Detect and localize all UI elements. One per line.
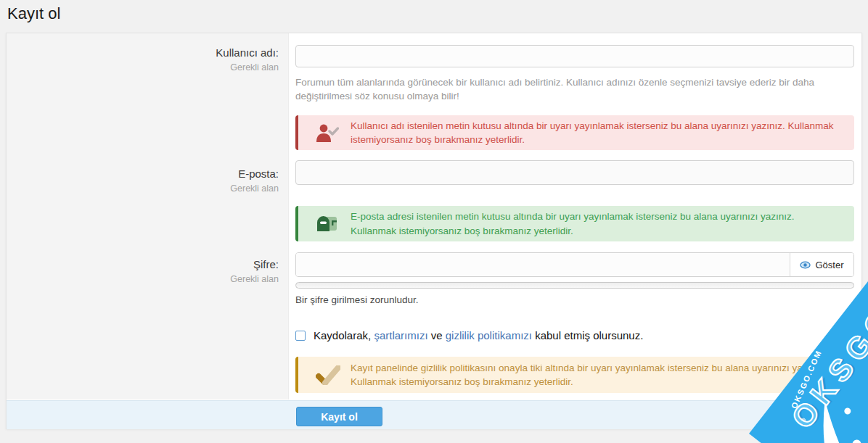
terms-checkbox[interactable]: [295, 331, 306, 341]
register-form-panel: Kullanıcı adı: Gerekli alan Forumun tüm …: [6, 33, 862, 429]
checkmark-icon: [316, 365, 340, 385]
terms-text-middle: ve: [428, 329, 446, 341]
email-label-group: E-posta: Gerekli alan: [7, 167, 279, 194]
password-label-group: Şifre: Gerekli alan: [7, 258, 279, 284]
register-page: Kayıt ol Kullanıcı adı: Gerekli alan For…: [0, 0, 868, 443]
email-required-note: Gerekli alan: [7, 183, 279, 194]
show-password-button[interactable]: Göster: [790, 253, 853, 276]
mailbox-icon: [316, 215, 340, 233]
username-label: Kullanıcı adı:: [7, 46, 279, 59]
user-check-icon: [316, 123, 340, 143]
username-field-wrap: [295, 45, 854, 67]
password-label: Şifre:: [7, 258, 279, 270]
terms-link[interactable]: şartlarımızı: [374, 329, 427, 341]
show-password-label: Göster: [815, 260, 843, 270]
terms-warning-alert: Kayıt panelinde gizlilik politikasını on…: [295, 357, 854, 393]
email-warning-text: E-posta adresi istenilen metin kutusu al…: [351, 210, 854, 238]
register-submit-button[interactable]: Kayıt ol: [296, 407, 382, 426]
username-input[interactable]: [295, 45, 854, 67]
label-column: [7, 33, 289, 399]
page-title: Kayıt ol: [7, 4, 60, 23]
terms-warning-text: Kayıt panelinde gizlilik politikasını on…: [351, 361, 854, 389]
terms-sentence: Kaydolarak, şartlarımızı ve gizlilik pol…: [314, 329, 643, 341]
password-strength-meter: [295, 282, 854, 289]
terms-text-suffix: kabul etmiş olursunuz.: [532, 329, 643, 341]
privacy-policy-link[interactable]: gizlilik politikamızı: [446, 329, 532, 341]
password-note: Bir şifre girilmesi zorunludur.: [295, 294, 731, 305]
username-explanation: Forumun tüm alanlarında görünecek bir ku…: [295, 75, 857, 103]
eye-icon: [800, 260, 811, 270]
terms-text-prefix: Kaydolarak,: [314, 329, 374, 341]
form-footer: Kayıt ol: [7, 400, 861, 429]
password-field-group: Göster: [295, 252, 854, 277]
password-input[interactable]: [296, 253, 790, 276]
email-input[interactable]: [295, 160, 854, 185]
username-warning-text: Kullanıcı adı istenilen metin kutusu alt…: [351, 119, 854, 147]
terms-row: Kaydolarak, şartlarımızı ve gizlilik pol…: [295, 329, 854, 341]
email-warning-alert: E-posta adresi istenilen metin kutusu al…: [295, 206, 854, 241]
username-warning-alert: Kullanıcı adı istenilen metin kutusu alt…: [295, 115, 854, 150]
password-required-note: Gerekli alan: [7, 274, 279, 284]
username-required-note: Gerekli alan: [7, 62, 279, 73]
username-label-group: Kullanıcı adı: Gerekli alan: [7, 46, 279, 73]
email-label: E-posta:: [7, 167, 279, 180]
email-field-wrap: [295, 160, 854, 185]
